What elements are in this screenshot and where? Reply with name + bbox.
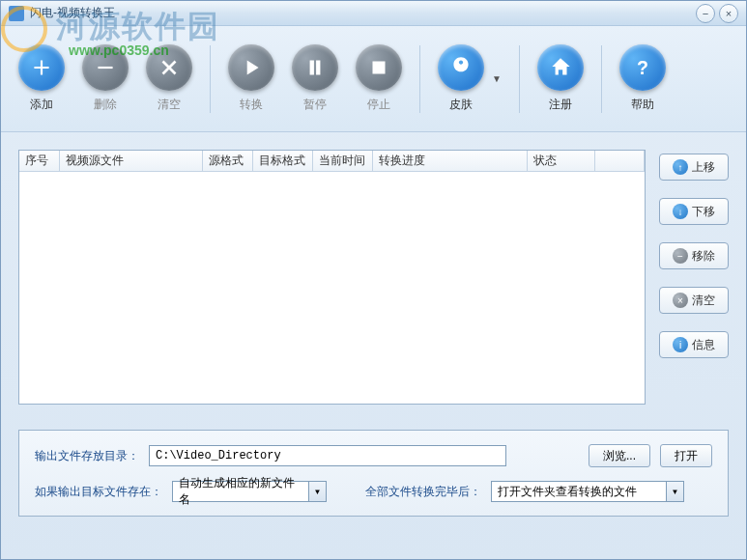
if-exists-label: 如果输出目标文件存在： xyxy=(35,484,162,500)
move-up-label: 上移 xyxy=(692,159,715,176)
question-icon: ? xyxy=(619,44,666,91)
window-title: 闪电-视频转换王 xyxy=(30,5,115,21)
stop-button[interactable]: 停止 xyxy=(356,44,402,113)
main-toolbar: 添加 删除 清空 转换 xyxy=(1,26,746,132)
toolbar-separator xyxy=(419,45,420,113)
register-label: 注册 xyxy=(549,97,572,113)
skin-label: 皮肤 xyxy=(449,97,473,113)
table-header-source[interactable]: 视频源文件 xyxy=(60,151,203,171)
info-button[interactable]: i 信息 xyxy=(659,331,729,358)
table-body[interactable] xyxy=(19,172,645,404)
x-icon: × xyxy=(673,293,688,308)
clear-label: 清空 xyxy=(158,97,181,113)
clear-button[interactable]: 清空 xyxy=(146,44,192,113)
table-header-time[interactable]: 当前时间 xyxy=(313,151,373,171)
output-dir-input[interactable] xyxy=(149,445,506,466)
table-header-spacer[interactable] xyxy=(595,151,645,171)
toolbar-separator xyxy=(519,45,520,113)
stop-label: 停止 xyxy=(367,97,390,113)
pause-label: 暂停 xyxy=(303,97,327,113)
add-label: 添加 xyxy=(30,97,53,113)
minus-icon xyxy=(82,44,129,91)
pause-button[interactable]: 暂停 xyxy=(292,44,338,113)
table-header-index[interactable]: 序号 xyxy=(19,151,60,171)
after-all-label: 全部文件转换完毕后： xyxy=(365,484,481,500)
home-icon xyxy=(537,44,584,91)
toolbar-separator xyxy=(210,45,211,113)
skin-button[interactable]: 皮肤 xyxy=(438,44,484,113)
table-header-status[interactable]: 状态 xyxy=(528,151,595,171)
play-icon xyxy=(228,44,274,91)
add-button[interactable]: 添加 xyxy=(18,44,65,113)
svg-rect-0 xyxy=(373,62,386,74)
app-window: 闪电-视频转换王 − × 河源软件园 www.pc0359.cn 添加 删除 xyxy=(0,0,747,560)
move-up-button[interactable]: ↑ 上移 xyxy=(659,154,729,181)
remove-label: 移除 xyxy=(692,248,715,265)
minimize-button[interactable]: − xyxy=(696,4,715,23)
plus-icon xyxy=(18,44,65,91)
if-exists-value: 自动生成相应的新文件名 xyxy=(173,475,308,508)
convert-label: 转换 xyxy=(240,97,263,113)
arrow-down-icon: ↓ xyxy=(673,204,688,219)
pause-icon xyxy=(292,44,338,91)
chevron-down-icon: ▼ xyxy=(666,482,683,501)
chevron-down-icon: ▼ xyxy=(308,482,326,501)
open-button[interactable]: 打开 xyxy=(660,444,712,467)
table-header-progress[interactable]: 转换进度 xyxy=(373,151,528,171)
browse-button[interactable]: 浏览... xyxy=(589,444,650,467)
skin-dropdown-arrow[interactable]: ▼ xyxy=(492,73,502,84)
move-down-label: 下移 xyxy=(692,204,715,220)
table-header-srcfmt[interactable]: 源格式 xyxy=(203,151,253,171)
titlebar[interactable]: 闪电-视频转换王 − × xyxy=(1,1,746,26)
app-icon xyxy=(9,6,24,21)
convert-button[interactable]: 转换 xyxy=(228,44,274,113)
output-settings-panel: 输出文件存放目录： 浏览... 打开 如果输出目标文件存在： 自动生成相应的新文… xyxy=(18,430,729,517)
help-button[interactable]: ? 帮助 xyxy=(619,44,666,113)
remove-button[interactable]: − 移除 xyxy=(659,242,729,269)
output-dir-label: 输出文件存放目录： xyxy=(35,448,139,464)
side-button-panel: ↑ 上移 ↓ 下移 − 移除 × 清空 i 信息 xyxy=(659,150,729,405)
x-icon xyxy=(146,44,192,91)
skin-icon xyxy=(438,44,484,91)
move-down-button[interactable]: ↓ 下移 xyxy=(659,198,729,225)
if-exists-combo[interactable]: 自动生成相应的新文件名 ▼ xyxy=(172,481,327,502)
svg-text:?: ? xyxy=(637,57,648,78)
table-header-row: 序号 视频源文件 源格式 目标格式 当前时间 转换进度 状态 xyxy=(19,151,645,172)
toolbar-separator xyxy=(601,45,602,113)
close-button[interactable]: × xyxy=(719,4,738,23)
stop-icon xyxy=(356,44,402,91)
register-button[interactable]: 注册 xyxy=(537,44,584,113)
after-all-combo[interactable]: 打开文件夹查看转换的文件 ▼ xyxy=(491,481,684,502)
help-label: 帮助 xyxy=(631,97,654,113)
delete-button[interactable]: 删除 xyxy=(82,44,129,113)
clear-side-label: 清空 xyxy=(692,293,715,309)
info-icon: i xyxy=(673,337,688,352)
delete-label: 删除 xyxy=(94,97,117,113)
minus-icon: − xyxy=(673,248,688,264)
file-table: 序号 视频源文件 源格式 目标格式 当前时间 转换进度 状态 xyxy=(18,150,646,405)
window-controls: − × xyxy=(696,4,738,23)
after-all-value: 打开文件夹查看转换的文件 xyxy=(492,484,666,500)
table-header-dstfmt[interactable]: 目标格式 xyxy=(253,151,313,171)
info-label: 信息 xyxy=(692,337,715,353)
arrow-up-icon: ↑ xyxy=(673,159,688,175)
clear-side-button[interactable]: × 清空 xyxy=(659,287,729,314)
content-area: 序号 视频源文件 源格式 目标格式 当前时间 转换进度 状态 ↑ 上移 ↓ 下移… xyxy=(1,132,746,422)
